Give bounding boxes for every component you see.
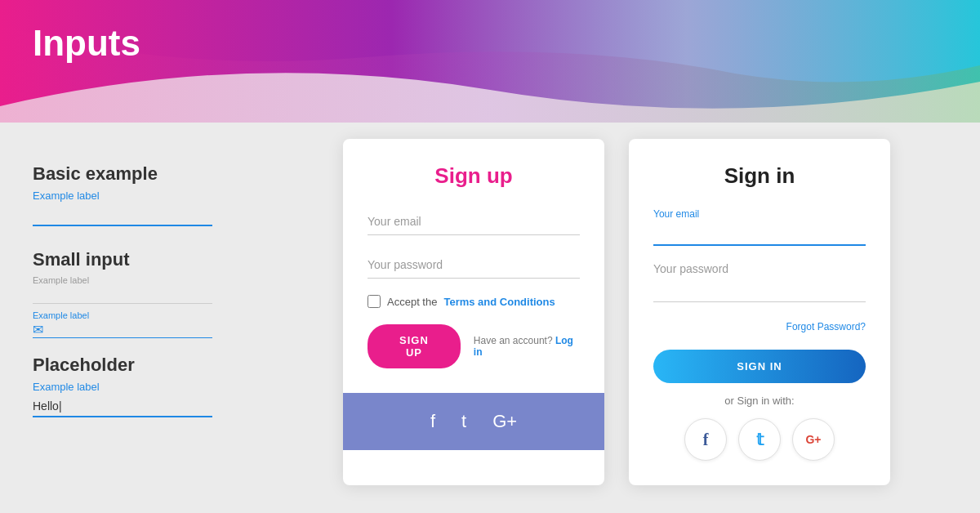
signin-password-field: Your password: [653, 262, 866, 302]
signin-twitter-button[interactable]: 𝕥: [738, 418, 781, 461]
forgot-password-link[interactable]: Forgot Password?: [786, 321, 866, 332]
signin-card: Sign in Your email Your password Forgot …: [629, 139, 890, 485]
signin-email-label: Your email: [653, 208, 866, 220]
placeholder-section-title: Placeholder: [33, 355, 286, 376]
basic-field-label: Example label: [33, 190, 286, 202]
main-content: Basic example Example label Small input …: [0, 123, 980, 513]
forgot-row: Forgot Password?: [653, 319, 866, 333]
basic-section: Basic example Example label: [33, 163, 286, 226]
twitter-icon: 𝕥: [756, 430, 764, 449]
signup-email-field: [368, 208, 580, 235]
small-label-1: Example label: [33, 275, 286, 285]
terms-checkbox-row: Accept the Terms and Conditions: [368, 295, 580, 308]
small-section-title: Small input: [33, 249, 286, 270]
signup-email-input[interactable]: [368, 208, 580, 235]
signup-facebook-icon[interactable]: f: [430, 411, 435, 432]
signin-email-input[interactable]: [653, 221, 866, 246]
small-input-with-icon-wrapper: ✉: [33, 322, 212, 338]
signin-title: Sign in: [653, 163, 866, 189]
signup-card: Sign up Accept the Terms and Conditions …: [343, 139, 604, 485]
cards-area: Sign up Accept the Terms and Conditions …: [286, 139, 947, 485]
small-input-2[interactable]: [48, 323, 212, 337]
signin-facebook-button[interactable]: f: [684, 418, 727, 461]
signup-card-footer: f t G+: [343, 393, 604, 450]
google-icon: G+: [805, 433, 821, 446]
signup-card-body: Sign up Accept the Terms and Conditions …: [343, 139, 604, 393]
small-input-1[interactable]: [33, 287, 212, 304]
small-section: Small input Example label Example label …: [33, 249, 286, 338]
signin-google-button[interactable]: G+: [792, 418, 835, 461]
placeholder-field-label: Example label: [33, 381, 286, 393]
checkbox-label-text: Accept the: [387, 296, 437, 308]
mail-icon: ✉: [33, 322, 43, 337]
left-panel: Basic example Example label Small input …: [33, 139, 286, 417]
signup-title: Sign up: [368, 163, 580, 189]
placeholder-input[interactable]: [33, 396, 212, 417]
small-label-2: Example label: [33, 310, 286, 320]
or-signin-text: or Sign in with:: [653, 395, 866, 407]
signin-button[interactable]: SIGN IN: [653, 350, 866, 383]
signin-password-input[interactable]: [653, 279, 866, 302]
have-account-text: Have an account? Log in: [474, 335, 580, 358]
social-buttons-row: f 𝕥 G+: [653, 418, 866, 461]
placeholder-section: Placeholder Example label: [33, 355, 286, 417]
facebook-icon: f: [703, 430, 709, 449]
basic-input[interactable]: [33, 205, 212, 226]
signup-google-icon[interactable]: G+: [492, 411, 517, 432]
signup-button[interactable]: SIGN UP: [368, 324, 461, 368]
terms-checkbox[interactable]: [368, 295, 381, 308]
signin-email-field: Your email: [653, 208, 866, 246]
terms-link[interactable]: Terms and Conditions: [443, 296, 555, 308]
basic-section-title: Basic example: [33, 163, 286, 185]
page-title: Inputs: [33, 23, 140, 64]
signin-password-label: Your password: [653, 262, 866, 275]
signup-twitter-icon[interactable]: t: [461, 411, 466, 432]
signup-password-input[interactable]: [368, 252, 580, 279]
header-wave: [0, 0, 980, 131]
signup-password-field: [368, 252, 580, 279]
signup-btn-row: SIGN UP Have an account? Log in: [368, 324, 580, 368]
